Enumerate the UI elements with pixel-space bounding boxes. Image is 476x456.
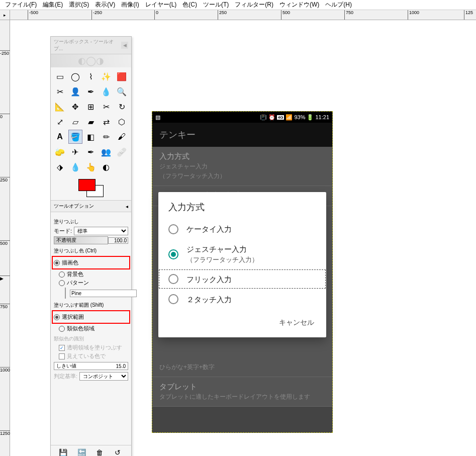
- toolbox-title: ツールボックス - ツールオプ...: [54, 38, 121, 52]
- menu-select[interactable]: 選択(S): [66, 1, 92, 9]
- heal-icon[interactable]: 🩹: [115, 145, 129, 159]
- cb-visible-color[interactable]: 見えている色で: [54, 352, 128, 360]
- toolbox-window: ツールボックス - ツールオプ... ◀ ◐◯◑ ▭ ◯ ⌇ ✨ 🟥 ✂ 👤 ✒…: [50, 36, 132, 456]
- mode-row: モード: 標準: [54, 227, 128, 235]
- menu-file[interactable]: ファイル(F): [2, 1, 40, 9]
- radio-select-range[interactable]: 選択範囲: [54, 313, 128, 321]
- menu-image[interactable]: 画像(I): [118, 1, 142, 9]
- ruler-horizontal: -500 -250 0 250 500 750 1000 125: [10, 10, 476, 20]
- menu-layer[interactable]: レイヤー(L): [142, 1, 180, 9]
- rotate-icon[interactable]: ↻: [115, 100, 129, 114]
- opacity-value[interactable]: 100.0: [108, 237, 128, 244]
- foreground-color[interactable]: [78, 179, 96, 191]
- ink-icon[interactable]: ✒: [84, 145, 98, 159]
- menu-colors[interactable]: 色(C): [179, 1, 200, 9]
- criterion-select[interactable]: コンポジット: [79, 372, 128, 381]
- delete-icon[interactable]: 🗑: [96, 448, 105, 456]
- blend-icon[interactable]: ◧: [84, 130, 98, 144]
- wand-icon[interactable]: ✨: [99, 69, 113, 83]
- menu-view[interactable]: 表示(V): [92, 1, 118, 9]
- radio-icon: [59, 271, 65, 278]
- setting-subtitle: タブレットに適したキーボードレイアウトを使用します: [159, 393, 325, 401]
- radio-bgcolor[interactable]: 背景色: [54, 270, 128, 278]
- lasso-icon[interactable]: ⌇: [84, 69, 98, 83]
- reset-icon[interactable]: ↺: [115, 448, 124, 456]
- blur-icon[interactable]: 💧: [68, 160, 82, 174]
- vtick: ▶: [0, 276, 10, 281]
- menu-tools[interactable]: ツール(T): [200, 1, 232, 9]
- pattern-name-input[interactable]: [70, 290, 137, 297]
- crop-icon[interactable]: ✂: [99, 100, 113, 114]
- smudge-icon[interactable]: 👆: [84, 160, 98, 174]
- eyedropper-icon[interactable]: 💧: [99, 84, 113, 99]
- menu-windows[interactable]: ウィンドウ(W): [276, 1, 322, 9]
- menu-edit[interactable]: 編集(E): [40, 1, 66, 9]
- scissors-icon[interactable]: ✂: [53, 84, 67, 99]
- dodge-icon[interactable]: ◐: [99, 160, 113, 174]
- zoom-icon[interactable]: 🔍: [115, 84, 129, 99]
- setting-tablet[interactable]: タブレット タブレットに適したキーボードレイアウトを使用します: [152, 377, 332, 407]
- setting-subtitle2: （フラワータッチ入力）: [159, 172, 325, 180]
- foreground-icon[interactable]: 👤: [68, 84, 82, 99]
- gimp-logo: ◐◯◑: [51, 54, 131, 67]
- move-icon[interactable]: ✥: [68, 100, 82, 114]
- airbrush-icon[interactable]: ✈: [68, 145, 82, 159]
- arrow-icon[interactable]: ◂: [126, 204, 128, 209]
- shear-icon[interactable]: ▱: [68, 115, 82, 129]
- setting-tenkey-used[interactable]: ひらがな+英字+数字: [152, 363, 332, 377]
- clone-icon[interactable]: 👥: [99, 145, 113, 159]
- option-label: ２タッチ入力: [186, 295, 232, 305]
- flip-icon[interactable]: ⇄: [99, 115, 113, 129]
- radio-label: 類似色領域: [67, 325, 94, 332]
- text-icon[interactable]: A: [53, 130, 67, 144]
- revert-icon[interactable]: 🔙: [77, 448, 86, 456]
- pattern-row[interactable]: [54, 288, 128, 299]
- cancel-button[interactable]: キャンセル: [274, 315, 319, 330]
- vtick: 1250: [0, 430, 10, 436]
- opacity-slider[interactable]: 不透明度 100.0: [54, 236, 128, 244]
- option-flick[interactable]: フリック入力: [158, 269, 326, 289]
- radio-pattern[interactable]: パターン: [54, 279, 128, 287]
- eraser-icon[interactable]: 🧽: [53, 145, 67, 159]
- cb-fill-transparent[interactable]: ✓ 透明領域を塗りつぶす: [54, 344, 128, 351]
- mode-select[interactable]: 標準: [74, 227, 128, 235]
- menu-help[interactable]: ヘルプ(H): [322, 1, 355, 9]
- threshold-input[interactable]: しきい値 15.0: [54, 362, 128, 370]
- menu-filters[interactable]: フィルター(R): [232, 1, 276, 9]
- battery-icon: 🔋: [307, 114, 314, 121]
- rect-select-icon[interactable]: ▭: [53, 69, 67, 83]
- radio-similar-color[interactable]: 類似色領域: [54, 325, 128, 332]
- pattern-swatch-icon[interactable]: [65, 288, 66, 299]
- paintbrush-icon[interactable]: 🖌: [115, 130, 129, 144]
- input-method-dialog: 入力方式 ケータイ入力 ジェスチャー入力 （フラワータッチ入力）: [158, 192, 326, 337]
- measure-icon[interactable]: 📐: [53, 100, 67, 114]
- ruler-corner: ▸: [0, 10, 10, 20]
- paths-icon[interactable]: ✒: [84, 84, 98, 99]
- setting-subtitle: ひらがな+英字+数字: [159, 363, 325, 372]
- threshold-label: しきい値: [54, 362, 114, 370]
- canvas-area[interactable]: ▧ 📳 ⏰ 4G 📶 93% 🔋 11:21 テンキー 入力方式 ジェスチャー入…: [10, 20, 476, 456]
- radio-fgcolor[interactable]: 描画色: [54, 259, 128, 266]
- option-gesture[interactable]: ジェスチャー入力 （フラワータッチ入力）: [158, 239, 326, 269]
- battery-percent: 93%: [294, 114, 305, 120]
- perspective-clone-icon[interactable]: ⬗: [53, 160, 67, 174]
- toolbox-header[interactable]: ツールボックス - ツールオプ... ◀: [51, 37, 131, 54]
- option-keitai[interactable]: ケータイ入力: [158, 219, 326, 239]
- status-time: 11:21: [315, 114, 329, 120]
- close-icon[interactable]: ◀: [121, 42, 128, 49]
- ellipse-select-icon[interactable]: ◯: [68, 69, 82, 83]
- color-select-icon[interactable]: 🟥: [115, 69, 129, 83]
- scale-icon[interactable]: ⤢: [53, 115, 67, 129]
- tool-options-header[interactable]: ツールオプション ◂: [51, 200, 131, 212]
- option-label: フリック入力: [186, 275, 232, 285]
- align-icon[interactable]: ⊞: [84, 100, 98, 114]
- pencil-icon[interactable]: ✏: [99, 130, 113, 144]
- mode-label: モード:: [54, 227, 72, 235]
- perspective-icon[interactable]: ▰: [84, 115, 98, 129]
- fill-color-section: 塗りつぶし色 (Ctrl): [54, 247, 128, 254]
- save-icon[interactable]: 💾: [59, 448, 68, 456]
- option-2touch[interactable]: ２タッチ入力: [158, 289, 326, 309]
- setting-input-method[interactable]: 入力方式 ジェスチャー入力 （フラワータッチ入力）: [152, 147, 332, 186]
- cage-icon[interactable]: ⬡: [115, 115, 129, 129]
- bucket-fill-icon[interactable]: 🪣: [68, 130, 82, 144]
